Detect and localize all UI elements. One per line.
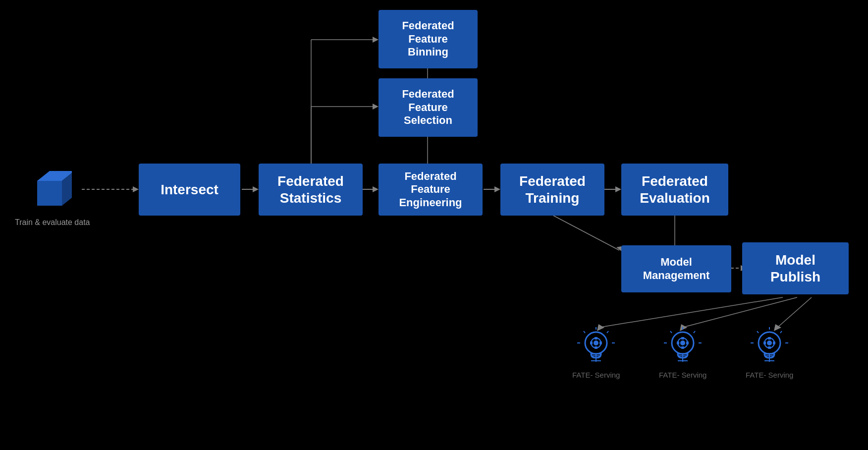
diagram: Train & evaluate data Intersect Federate…: [0, 0, 868, 450]
data-cube: [27, 166, 72, 211]
svg-marker-3: [253, 186, 259, 192]
model-publish-node[interactable]: ModelPublish: [742, 242, 849, 294]
federated-training-node[interactable]: FederatedTraining: [500, 164, 604, 216]
fate-serving-1: FATE- Serving: [572, 327, 620, 379]
svg-rect-49: [590, 341, 593, 344]
federated-statistics-node[interactable]: FederatedStatistics: [259, 164, 363, 216]
fate-serving-1-icon: [576, 327, 616, 367]
fate-serving-2-label: FATE- Serving: [659, 371, 706, 379]
svg-marker-8: [373, 37, 379, 43]
svg-marker-32: [37, 181, 62, 206]
fate-serving-3: FATE- Serving: [746, 327, 793, 379]
svg-rect-47: [595, 337, 597, 339]
federated-feature-binning-node[interactable]: FederatedFeatureBinning: [379, 10, 478, 68]
svg-marker-1: [133, 186, 139, 192]
federated-evaluation-node[interactable]: FederatedEvaluation: [621, 164, 728, 216]
svg-point-78: [767, 340, 772, 345]
svg-line-73: [780, 331, 782, 333]
svg-marker-11: [373, 104, 379, 110]
svg-line-22: [553, 216, 619, 250]
svg-line-57: [694, 331, 695, 333]
svg-line-75: [757, 331, 759, 333]
svg-point-46: [594, 340, 598, 345]
fate-serving-2: FATE- Serving: [659, 327, 706, 379]
svg-line-26: [601, 297, 783, 327]
fate-serving-3-icon: [750, 327, 789, 367]
svg-marker-19: [615, 186, 621, 192]
intersect-node[interactable]: Intersect: [139, 164, 240, 216]
data-label: Train & evaluate data: [15, 218, 90, 227]
svg-point-62: [680, 340, 685, 345]
svg-line-41: [607, 331, 608, 333]
svg-rect-66: [686, 341, 689, 344]
svg-rect-65: [677, 341, 679, 344]
svg-rect-48: [595, 346, 597, 349]
svg-marker-5: [373, 186, 379, 192]
federated-feature-selection-node[interactable]: FederatedFeatureSelection: [379, 78, 478, 137]
fate-serving-2-icon: [663, 327, 703, 367]
svg-line-28: [684, 297, 797, 327]
svg-rect-64: [681, 346, 684, 349]
model-management-node[interactable]: ModelManagement: [621, 245, 731, 292]
svg-rect-81: [763, 341, 766, 344]
svg-rect-80: [768, 346, 771, 349]
fate-serving-3-label: FATE- Serving: [746, 371, 793, 379]
svg-rect-50: [599, 341, 602, 344]
svg-rect-63: [681, 337, 684, 339]
svg-line-59: [670, 331, 672, 333]
federated-feature-engineering-node[interactable]: FederatedFeatureEngineering: [379, 164, 483, 216]
svg-rect-79: [768, 337, 771, 339]
svg-line-30: [778, 297, 812, 327]
fate-serving-1-label: FATE- Serving: [572, 371, 620, 379]
svg-marker-17: [494, 186, 500, 192]
svg-rect-82: [773, 341, 775, 344]
svg-line-43: [584, 331, 585, 333]
